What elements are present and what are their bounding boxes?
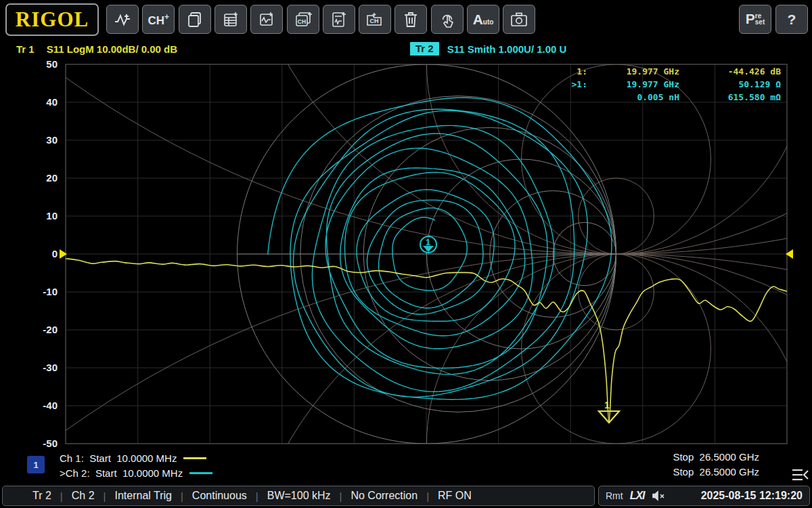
status-item[interactable]: Continuous <box>192 490 247 502</box>
marker-frequency: 19.977 GHz <box>587 65 679 78</box>
marker-frequency: 0.005 nH <box>587 91 679 104</box>
marker-readout-row: 1:19.977 GHz-44.426 dB <box>559 65 781 78</box>
marker-label: >1: <box>559 78 587 91</box>
status-bar: Tr 2|Ch 2|Internal Trig|Continuous|BW=10… <box>0 485 812 508</box>
svg-text:-10: -10 <box>43 286 58 297</box>
svg-text:0: 0 <box>52 248 58 259</box>
marker-readout-row: >1:19.977 GHz50.129 Ω <box>559 78 781 91</box>
channel-info: 1 Ch 1: Start 10.0000 MHz>Ch 2: Start 10… <box>0 448 812 484</box>
svg-text:40: 40 <box>46 96 58 108</box>
status-item[interactable]: Ch 2 <box>72 490 95 502</box>
svg-text:30: 30 <box>46 134 58 146</box>
trace-color-swatch <box>189 472 212 474</box>
svg-text:10: 10 <box>46 210 58 221</box>
status-divider: | <box>256 490 258 502</box>
svg-text:20: 20 <box>46 172 58 184</box>
marker-readout-row: 0.005 nH615.580 mΩ <box>559 91 781 104</box>
channel-start-label: >Ch 2: Start 10.0000 MHz <box>60 467 183 479</box>
status-item[interactable]: Tr 2 <box>32 490 51 502</box>
marker-value: 50.129 Ω <box>679 78 781 91</box>
svg-text:-20: -20 <box>43 324 58 335</box>
trace1-marker1-label: 1 <box>604 400 610 410</box>
trace-color-swatch <box>183 457 206 459</box>
marker-value: 615.580 mΩ <box>679 91 781 104</box>
remote-indicator: Rmt <box>606 490 623 501</box>
marker-value: -44.426 dB <box>679 65 781 78</box>
lxi-indicator: LXI <box>630 490 645 502</box>
status-divider: | <box>340 490 342 502</box>
marker-label: 1: <box>559 65 587 78</box>
y-axis-labels: 50403020100-10-20-30-40-50 <box>43 58 58 449</box>
svg-text:50: 50 <box>46 58 58 70</box>
status-item[interactable]: Internal Trig <box>114 490 171 502</box>
menu-collapse-icon <box>790 467 809 482</box>
status-item[interactable]: BW=100 kHz <box>267 490 331 502</box>
datetime[interactable]: 2025-08-15 12:19:20 <box>701 490 803 502</box>
svg-text:-40: -40 <box>43 400 58 411</box>
channel-start-label: Ch 1: Start 10.0000 MHz <box>60 452 177 464</box>
channel-select-badge[interactable]: 1 <box>27 456 45 473</box>
status-divider: | <box>60 490 63 502</box>
trace2-marker1-label: 1 <box>426 237 430 247</box>
marker-label <box>559 91 587 104</box>
svg-text:-30: -30 <box>43 362 58 373</box>
trace2-smith <box>268 98 612 400</box>
channel-row[interactable]: >Ch 2: Start 10.0000 MHz <box>60 466 212 480</box>
status-divider: | <box>104 490 106 502</box>
svg-text:-50: -50 <box>43 438 58 449</box>
channel-row[interactable]: Ch 1: Start 10.0000 MHz <box>60 451 206 465</box>
mute-icon[interactable] <box>652 490 665 501</box>
vna-screen: RIGOL CH+CHCHAuto P reset ? Tr 1 S11 Log… <box>0 0 812 508</box>
channel-stop-label: Stop 26.5000 GHz <box>673 466 759 480</box>
status-item[interactable]: No Correction <box>351 490 418 502</box>
status-right-segment: Rmt LXI 2025-08-15 12:19:20 <box>598 486 810 506</box>
status-item[interactable]: RF ON <box>438 490 472 502</box>
status-divider: | <box>426 490 429 502</box>
marker-frequency: 19.977 GHz <box>587 78 679 91</box>
marker-readout: 1:19.977 GHz-44.426 dB>1:19.977 GHz50.12… <box>559 65 781 104</box>
status-divider: | <box>181 490 183 502</box>
menu-collapse-button[interactable] <box>789 466 811 484</box>
channel-stop-label: Stop 26.5000 GHz <box>673 451 759 465</box>
status-left-segment: Tr 2|Ch 2|Internal Trig|Continuous|BW=10… <box>2 486 595 506</box>
